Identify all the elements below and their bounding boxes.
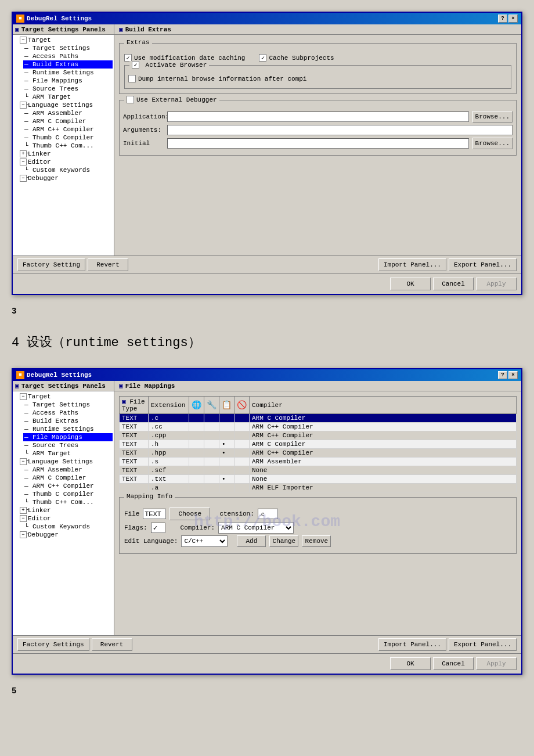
- table-row[interactable]: TEXT .cc ARM C++ Compiler: [120, 423, 517, 431]
- tree-item-source-trees[interactable]: — Source Trees: [23, 85, 113, 93]
- flags-input[interactable]: [151, 523, 165, 533]
- tree2-runtime-settings[interactable]: — Runtime Settings: [23, 425, 113, 433]
- change-button[interactable]: Change: [269, 535, 298, 547]
- remove-button[interactable]: Remove: [302, 535, 331, 547]
- tree-item-arm-c[interactable]: — ARM C Compiler: [23, 117, 113, 125]
- left-panel-header2: Target Settings Panels: [21, 383, 106, 390]
- tree2-file-mappings[interactable]: — File Mappings: [23, 433, 113, 441]
- file-type-input[interactable]: [143, 509, 166, 519]
- table-row[interactable]: TEXT .c ARM C Compiler: [120, 414, 517, 423]
- table-row[interactable]: TEXT .scf None: [120, 466, 517, 475]
- application-input[interactable]: [167, 111, 469, 122]
- apply-button1[interactable]: Apply: [476, 278, 517, 290]
- arguments-input[interactable]: [167, 125, 513, 135]
- expand-debugger[interactable]: −: [20, 175, 27, 182]
- tree-item-target[interactable]: − Target: [19, 36, 113, 44]
- export-panel-button2[interactable]: Export Panel...: [449, 638, 517, 651]
- tree-item-arm-assembler[interactable]: — ARM Assembler: [23, 109, 113, 117]
- tree2-editor[interactable]: − Editor: [19, 514, 113, 523]
- expand2-target[interactable]: −: [20, 393, 27, 400]
- tree2-target[interactable]: − Target: [19, 393, 113, 401]
- tree-item-editor[interactable]: − Editor: [19, 158, 113, 166]
- activate-browser-checkbox[interactable]: [132, 61, 139, 69]
- tree-panel1[interactable]: − Target — Target Settings — Access Path…: [13, 35, 114, 255]
- table-row[interactable]: TEXT .cpp ARM C++ Compiler: [120, 431, 517, 440]
- table-row[interactable]: TEXT .hpp • ARM C++ Compiler: [120, 449, 517, 458]
- ok-button1[interactable]: OK: [390, 278, 431, 290]
- browse1-button[interactable]: Browse...: [472, 111, 513, 123]
- expand-editor[interactable]: −: [20, 159, 27, 165]
- tree-item-access-paths[interactable]: — Access Paths: [23, 52, 113, 60]
- expand-linker[interactable]: +: [20, 150, 27, 157]
- expand2-debugger[interactable]: −: [20, 531, 27, 538]
- browse2-button[interactable]: Browse...: [472, 138, 513, 149]
- use-ext-debugger-checkbox[interactable]: [127, 96, 134, 103]
- tree-item-file-mappings[interactable]: — File Mappings: [23, 77, 113, 85]
- titlebar2-left: ■ DebugRel Settings: [16, 371, 92, 379]
- initial-input[interactable]: [167, 138, 469, 149]
- tree-item-runtime-settings[interactable]: — Runtime Settings: [23, 69, 113, 77]
- ok-button2[interactable]: OK: [390, 657, 431, 670]
- tree2-target-settings[interactable]: — Target Settings: [23, 401, 113, 409]
- tree2-linker[interactable]: + Linker: [19, 506, 113, 514]
- expand2-editor[interactable]: −: [20, 515, 27, 522]
- compiler-select[interactable]: ARM C Compiler: [218, 522, 294, 534]
- tree-item-arm-target[interactable]: └— ARM Target: [23, 93, 113, 101]
- help-button2[interactable]: ?: [498, 371, 507, 379]
- tree-item-thumb-c[interactable]: — Thumb C Compiler: [23, 134, 113, 142]
- table-row[interactable]: .a ARM ELF Importer: [120, 484, 517, 492]
- tree-item-debugger[interactable]: − Debugger: [19, 174, 113, 182]
- import-panel-button1[interactable]: Import Panel...: [378, 258, 446, 271]
- extension-input[interactable]: [258, 509, 278, 519]
- factory-settings-button2[interactable]: Factory Settings: [17, 638, 89, 651]
- leaf-icon: —: [24, 126, 31, 133]
- choose-button[interactable]: Choose: [169, 507, 210, 520]
- tree-item-build-extras[interactable]: — Build Extras: [23, 60, 113, 69]
- table-row[interactable]: TEXT .h • ARM C Compiler: [120, 440, 517, 449]
- tree2-arm-target[interactable]: └— ARM Target: [23, 449, 113, 458]
- close-button2[interactable]: ×: [508, 371, 518, 379]
- tree2-thumb-cpp[interactable]: └— Thumb C++ Com...: [23, 498, 113, 506]
- export-panel-button1[interactable]: Export Panel...: [449, 258, 517, 271]
- tree2-access-paths[interactable]: — Access Paths: [23, 409, 113, 417]
- expand2-linker[interactable]: +: [20, 507, 27, 514]
- tree2-thumb-c[interactable]: — Thumb C Compiler: [23, 490, 113, 498]
- import-panel-button2[interactable]: Import Panel...: [378, 638, 446, 651]
- tree2-arm-assembler[interactable]: — ARM Assembler: [23, 466, 113, 474]
- tree2-source-trees[interactable]: — Source Trees: [23, 441, 113, 449]
- table-row[interactable]: TEXT .txt • None: [120, 475, 517, 484]
- factory-settings-button1[interactable]: Factory Setting: [17, 258, 85, 271]
- tree-item-target-settings[interactable]: — Target Settings: [23, 44, 113, 52]
- tree-item-thumb-cpp[interactable]: └— Thumb C++ Com...: [23, 142, 113, 150]
- title-icon: ■: [16, 15, 24, 23]
- tree-item-arm-cpp[interactable]: — ARM C++ Compiler: [23, 125, 113, 134]
- add-button[interactable]: Add: [237, 535, 266, 547]
- edit-language-select[interactable]: C/C++: [181, 535, 228, 547]
- tree2-language-settings[interactable]: − Language Settings: [19, 458, 113, 466]
- tree-panel2[interactable]: − Target — Target Settings — Access Path…: [13, 391, 114, 635]
- edit-language-label: Edit Language:: [124, 538, 178, 545]
- revert-button1[interactable]: Revert: [88, 258, 128, 271]
- tree2-build-extras[interactable]: — Build Extras: [23, 417, 113, 425]
- tree2-debugger[interactable]: − Debugger: [19, 531, 113, 539]
- tree2-custom-kw[interactable]: └— Custom Keywords: [23, 523, 113, 531]
- cancel-button1[interactable]: Cancel: [433, 278, 474, 290]
- apply-button2[interactable]: Apply: [476, 657, 517, 670]
- dump-checkbox[interactable]: [128, 75, 136, 82]
- leaf-icon: —: [24, 134, 31, 141]
- external-debugger-legend: Use External Debugger: [124, 96, 219, 103]
- tree-item-language-settings[interactable]: − Language Settings: [19, 101, 113, 109]
- expand-target[interactable]: −: [20, 37, 27, 44]
- table-row[interactable]: TEXT .s ARM Assembler: [120, 458, 517, 466]
- tree-item-custom-kw[interactable]: └— Custom Keywords: [23, 166, 113, 174]
- help-button[interactable]: ?: [498, 15, 507, 23]
- tree2-arm-c[interactable]: — ARM C Compiler: [23, 474, 113, 482]
- tree2-arm-cpp[interactable]: — ARM C++ Compiler: [23, 482, 113, 490]
- close-button[interactable]: ×: [508, 15, 518, 23]
- cache-subprojects-checkbox[interactable]: [259, 54, 266, 62]
- cancel-button2[interactable]: Cancel: [433, 657, 474, 670]
- tree-item-linker[interactable]: + Linker: [19, 150, 113, 158]
- revert-button2[interactable]: Revert: [92, 638, 132, 651]
- expand-lang[interactable]: −: [20, 102, 27, 109]
- expand2-lang[interactable]: −: [20, 458, 27, 465]
